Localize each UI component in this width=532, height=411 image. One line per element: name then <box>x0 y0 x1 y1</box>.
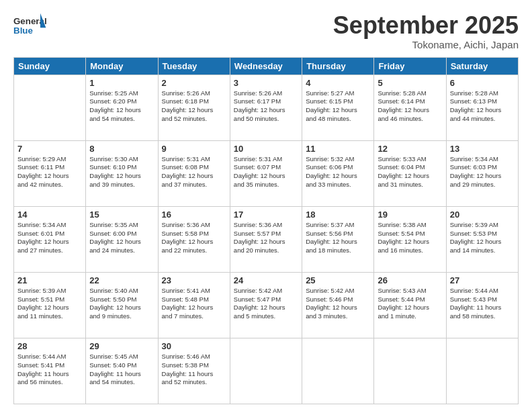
cell-info: Sunrise: 5:37 AM Sunset: 5:56 PM Dayligh… <box>306 221 370 255</box>
calendar-cell: 30Sunrise: 5:46 AM Sunset: 5:38 PM Dayli… <box>158 338 230 404</box>
calendar-cell <box>302 338 374 404</box>
day-header-sunday: Sunday <box>14 57 86 75</box>
cell-info: Sunrise: 5:31 AM Sunset: 6:07 PM Dayligh… <box>234 155 298 189</box>
cell-info: Sunrise: 5:34 AM Sunset: 6:01 PM Dayligh… <box>17 221 82 255</box>
day-header-monday: Monday <box>86 57 158 75</box>
cell-info: Sunrise: 5:45 AM Sunset: 5:40 PM Dayligh… <box>89 353 154 387</box>
calendar-cell: 25Sunrise: 5:42 AM Sunset: 5:46 PM Dayli… <box>302 272 374 338</box>
cell-info: Sunrise: 5:40 AM Sunset: 5:50 PM Dayligh… <box>89 287 154 321</box>
calendar-cell: 6Sunrise: 5:28 AM Sunset: 6:13 PM Daylig… <box>446 75 518 140</box>
day-number: 3 <box>234 78 298 88</box>
calendar-cell: 17Sunrise: 5:36 AM Sunset: 5:57 PM Dayli… <box>230 206 302 272</box>
day-number: 28 <box>17 341 82 351</box>
cell-info: Sunrise: 5:28 AM Sunset: 6:14 PM Dayligh… <box>378 89 442 124</box>
day-header-friday: Friday <box>374 57 446 75</box>
day-number: 14 <box>17 210 82 220</box>
calendar-cell: 7Sunrise: 5:29 AM Sunset: 6:11 PM Daylig… <box>14 140 86 206</box>
day-number: 22 <box>89 275 154 285</box>
cell-info: Sunrise: 5:32 AM Sunset: 6:06 PM Dayligh… <box>306 155 370 189</box>
calendar-cell: 1Sunrise: 5:25 AM Sunset: 6:20 PM Daylig… <box>86 75 158 140</box>
calendar-cell: 8Sunrise: 5:30 AM Sunset: 6:10 PM Daylig… <box>86 140 158 206</box>
day-number: 26 <box>378 275 442 285</box>
day-number: 16 <box>162 210 226 220</box>
calendar-cell: 24Sunrise: 5:42 AM Sunset: 5:47 PM Dayli… <box>230 272 302 338</box>
day-number: 17 <box>234 210 298 220</box>
calendar-cell: 12Sunrise: 5:33 AM Sunset: 6:04 PM Dayli… <box>374 140 446 206</box>
calendar-cell: 22Sunrise: 5:40 AM Sunset: 5:50 PM Dayli… <box>86 272 158 338</box>
cell-info: Sunrise: 5:30 AM Sunset: 6:10 PM Dayligh… <box>89 155 154 189</box>
day-number: 1 <box>89 78 154 88</box>
cell-info: Sunrise: 5:29 AM Sunset: 6:11 PM Dayligh… <box>17 155 82 189</box>
calendar-table: SundayMondayTuesdayWednesdayThursdayFrid… <box>13 57 519 404</box>
calendar-cell: 5Sunrise: 5:28 AM Sunset: 6:14 PM Daylig… <box>374 75 446 140</box>
calendar-cell <box>446 338 518 404</box>
day-number: 2 <box>162 78 226 88</box>
calendar-cell: 2Sunrise: 5:26 AM Sunset: 6:18 PM Daylig… <box>158 75 230 140</box>
calendar-cell <box>230 338 302 404</box>
logo: General Blue <box>13 12 47 39</box>
day-header-saturday: Saturday <box>446 57 518 75</box>
cell-info: Sunrise: 5:27 AM Sunset: 6:15 PM Dayligh… <box>306 89 370 124</box>
day-number: 9 <box>162 144 226 154</box>
calendar-cell: 21Sunrise: 5:39 AM Sunset: 5:51 PM Dayli… <box>14 272 86 338</box>
day-number: 30 <box>162 341 226 351</box>
day-number: 24 <box>234 275 298 285</box>
day-header-wednesday: Wednesday <box>230 57 302 75</box>
calendar-week-row: 21Sunrise: 5:39 AM Sunset: 5:51 PM Dayli… <box>14 272 519 338</box>
cell-info: Sunrise: 5:38 AM Sunset: 5:54 PM Dayligh… <box>378 221 442 255</box>
calendar-cell: 9Sunrise: 5:31 AM Sunset: 6:08 PM Daylig… <box>158 140 230 206</box>
cell-info: Sunrise: 5:41 AM Sunset: 5:48 PM Dayligh… <box>162 287 226 321</box>
calendar-cell: 18Sunrise: 5:37 AM Sunset: 5:56 PM Dayli… <box>302 206 374 272</box>
calendar-cell <box>374 338 446 404</box>
calendar-week-row: 7Sunrise: 5:29 AM Sunset: 6:11 PM Daylig… <box>14 140 519 206</box>
calendar-cell: 27Sunrise: 5:44 AM Sunset: 5:43 PM Dayli… <box>446 272 518 338</box>
day-header-thursday: Thursday <box>302 57 374 75</box>
calendar-cell: 10Sunrise: 5:31 AM Sunset: 6:07 PM Dayli… <box>230 140 302 206</box>
calendar-cell: 29Sunrise: 5:45 AM Sunset: 5:40 PM Dayli… <box>86 338 158 404</box>
page: General Blue September 2025 Tokoname, Ai… <box>0 0 532 411</box>
calendar-cell: 14Sunrise: 5:34 AM Sunset: 6:01 PM Dayli… <box>14 206 86 272</box>
day-number: 10 <box>234 144 298 154</box>
calendar-cell: 11Sunrise: 5:32 AM Sunset: 6:06 PM Dayli… <box>302 140 374 206</box>
calendar-cell: 4Sunrise: 5:27 AM Sunset: 6:15 PM Daylig… <box>302 75 374 140</box>
day-number: 11 <box>306 144 370 154</box>
cell-info: Sunrise: 5:28 AM Sunset: 6:13 PM Dayligh… <box>450 89 515 124</box>
cell-info: Sunrise: 5:43 AM Sunset: 5:44 PM Dayligh… <box>378 287 442 321</box>
svg-text:Blue: Blue <box>13 26 33 36</box>
day-number: 6 <box>450 78 515 88</box>
day-number: 21 <box>17 275 82 285</box>
day-number: 27 <box>450 275 515 285</box>
cell-info: Sunrise: 5:36 AM Sunset: 5:58 PM Dayligh… <box>162 221 226 255</box>
day-number: 5 <box>378 78 442 88</box>
calendar-week-row: 28Sunrise: 5:44 AM Sunset: 5:41 PM Dayli… <box>14 338 519 404</box>
cell-info: Sunrise: 5:31 AM Sunset: 6:08 PM Dayligh… <box>162 155 226 189</box>
calendar-cell: 23Sunrise: 5:41 AM Sunset: 5:48 PM Dayli… <box>158 272 230 338</box>
day-number: 15 <box>89 210 154 220</box>
cell-info: Sunrise: 5:39 AM Sunset: 5:51 PM Dayligh… <box>17 287 82 321</box>
calendar-header-row: SundayMondayTuesdayWednesdayThursdayFrid… <box>14 57 519 75</box>
calendar-cell: 3Sunrise: 5:26 AM Sunset: 6:17 PM Daylig… <box>230 75 302 140</box>
cell-info: Sunrise: 5:33 AM Sunset: 6:04 PM Dayligh… <box>378 155 442 189</box>
cell-info: Sunrise: 5:42 AM Sunset: 5:47 PM Dayligh… <box>234 287 298 321</box>
calendar-cell: 15Sunrise: 5:35 AM Sunset: 6:00 PM Dayli… <box>86 206 158 272</box>
cell-info: Sunrise: 5:46 AM Sunset: 5:38 PM Dayligh… <box>162 353 226 387</box>
day-number: 19 <box>378 210 442 220</box>
day-number: 8 <box>89 144 154 154</box>
cell-info: Sunrise: 5:25 AM Sunset: 6:20 PM Dayligh… <box>89 89 154 124</box>
cell-info: Sunrise: 5:42 AM Sunset: 5:46 PM Dayligh… <box>306 287 370 321</box>
calendar-cell: 28Sunrise: 5:44 AM Sunset: 5:41 PM Dayli… <box>14 338 86 404</box>
calendar-cell: 26Sunrise: 5:43 AM Sunset: 5:44 PM Dayli… <box>374 272 446 338</box>
day-number: 29 <box>89 341 154 351</box>
day-number: 4 <box>306 78 370 88</box>
day-number: 7 <box>17 144 82 154</box>
month-title: September 2025 <box>333 12 519 39</box>
calendar-cell: 13Sunrise: 5:34 AM Sunset: 6:03 PM Dayli… <box>446 140 518 206</box>
cell-info: Sunrise: 5:44 AM Sunset: 5:41 PM Dayligh… <box>17 353 82 387</box>
day-number: 12 <box>378 144 442 154</box>
day-number: 18 <box>306 210 370 220</box>
day-header-tuesday: Tuesday <box>158 57 230 75</box>
cell-info: Sunrise: 5:34 AM Sunset: 6:03 PM Dayligh… <box>450 155 515 189</box>
calendar-cell <box>14 75 86 140</box>
calendar-cell: 20Sunrise: 5:39 AM Sunset: 5:53 PM Dayli… <box>446 206 518 272</box>
cell-info: Sunrise: 5:39 AM Sunset: 5:53 PM Dayligh… <box>450 221 515 255</box>
